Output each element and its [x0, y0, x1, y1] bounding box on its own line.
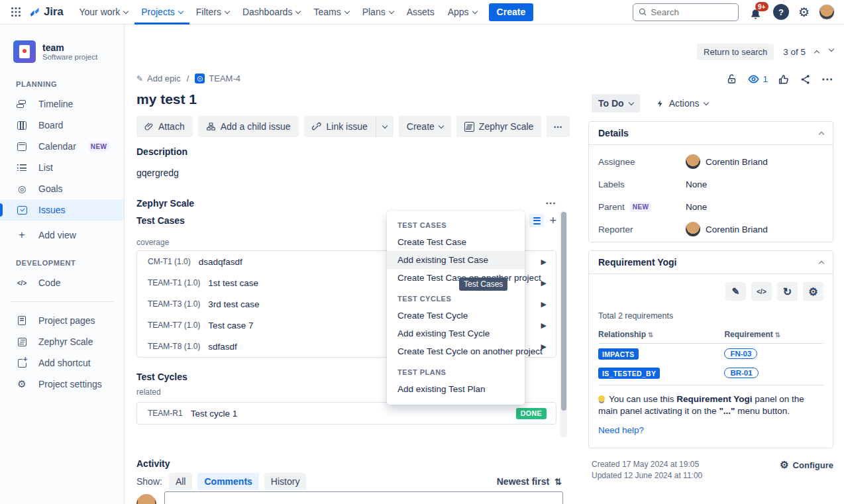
lock-icon[interactable] [726, 74, 737, 85]
labels-value[interactable]: None [686, 179, 707, 189]
column-relationship[interactable]: Relationship⇅ [598, 327, 724, 344]
test-cycle-row[interactable]: TEAM-R1 Test cycle 1 DONE [136, 402, 556, 425]
vote-thumbs-up-icon[interactable] [778, 74, 790, 85]
requirement-link[interactable]: FN-03 [724, 348, 757, 359]
play-icon[interactable]: ▶ [541, 321, 547, 330]
reporter-value[interactable]: Corentin Briand [686, 222, 768, 236]
test-case-name[interactable]: dsadqfasdf [199, 257, 242, 267]
share-icon[interactable] [800, 74, 812, 85]
filter-comments-button[interactable]: Comments [197, 473, 258, 490]
filter-all-button[interactable]: All [169, 473, 193, 490]
global-search[interactable] [633, 3, 739, 21]
edit-pencil-icon[interactable]: ✎ [725, 282, 746, 301]
user-avatar[interactable] [819, 4, 835, 20]
link-issue-more-button[interactable] [376, 116, 394, 137]
test-cases-add-button[interactable]: + [549, 215, 556, 227]
sidebar-item-timeline[interactable]: Timeline [0, 93, 124, 115]
add-child-issue-button[interactable]: Add a child issue [198, 116, 299, 137]
play-icon[interactable]: ▶ [541, 300, 547, 309]
assignee-value[interactable]: Corentin Briand [686, 154, 768, 169]
issue-title[interactable]: my test 1 [136, 91, 197, 107]
zephyr-scale-button[interactable]: Zephyr Scale [456, 116, 541, 137]
requirement-yogi-header[interactable]: Requirement Yogi [589, 251, 833, 274]
previous-issue-icon[interactable] [814, 50, 819, 56]
sort-order-button[interactable]: Newest first ⇅ [497, 476, 562, 487]
menu-item-create-test-cycle[interactable]: Create Test Cycle [387, 307, 525, 325]
return-to-search-button[interactable]: Return to search [697, 44, 774, 60]
next-issue-icon[interactable] [829, 46, 834, 52]
parent-value[interactable]: None [686, 202, 707, 212]
configure-button[interactable]: ⚙ Configure [780, 459, 833, 471]
test-case-key[interactable]: TEAM-T8 (1.0) [148, 342, 200, 351]
nav-teams[interactable]: Teams [307, 0, 355, 25]
test-case-key[interactable]: TEAM-T1 (1.0) [148, 278, 200, 287]
attach-button[interactable]: Attach [136, 116, 193, 137]
filter-history-button[interactable]: History [264, 473, 307, 490]
nav-dashboards[interactable]: Dashboards [236, 0, 307, 25]
status-dropdown[interactable]: To Do [592, 94, 640, 113]
more-actions-icon[interactable]: ⋯ [821, 72, 833, 86]
nav-plans[interactable]: Plans [356, 0, 400, 25]
menu-item-create-test-cycle-other-project[interactable]: Create Test Cycle on another project [387, 342, 525, 360]
app-switcher-icon[interactable] [7, 3, 25, 21]
zephyr-more-button[interactable]: ⋯ [545, 198, 556, 209]
menu-item-add-existing-test-cycle[interactable]: Add existing Test Cycle [387, 325, 525, 342]
test-case-name[interactable]: sdfasdf [208, 342, 237, 352]
play-icon[interactable]: ▶ [541, 258, 547, 266]
menu-item-create-test-case[interactable]: Create Test Case [387, 233, 525, 251]
test-case-name[interactable]: Test case 7 [208, 321, 253, 330]
create-button[interactable]: Create [489, 3, 534, 21]
watch-button[interactable]: 1 [747, 73, 768, 85]
jira-logo[interactable]: Jira [28, 5, 63, 19]
sidebar-item-code[interactable]: </> Code [0, 272, 124, 293]
nav-projects[interactable]: Projects [134, 0, 189, 25]
gear-icon[interactable]: ⚙ [803, 282, 823, 301]
actions-dropdown[interactable]: Actions [656, 98, 708, 109]
play-icon[interactable]: ▶ [541, 279, 547, 287]
test-case-name[interactable]: 3rd test case [208, 299, 259, 309]
add-epic-link[interactable]: ✎ Add epic [136, 74, 181, 83]
test-case-key[interactable]: CM-T1 (1.0) [148, 257, 191, 266]
requirement-link[interactable]: BR-01 [724, 368, 758, 378]
column-requirement[interactable]: Requirement⇅ [724, 327, 823, 344]
project-header[interactable]: team Software project [0, 25, 124, 72]
code-icon[interactable]: </> [751, 282, 772, 301]
nav-apps[interactable]: Apps [441, 0, 484, 25]
details-panel-header[interactable]: Details [589, 122, 833, 145]
settings-gear-icon[interactable]: ⚙ [798, 6, 810, 19]
nav-filters[interactable]: Filters [189, 0, 236, 25]
sidebar-item-project-settings[interactable]: ⚙ Project settings [0, 374, 124, 395]
sidebar-item-project-pages[interactable]: Project pages [0, 310, 124, 331]
test-case-key[interactable]: TEAM-T3 (1.0) [148, 299, 200, 309]
test-cycle-name[interactable]: Test cycle 1 [191, 409, 238, 419]
test-case-name[interactable]: 1st test case [208, 278, 258, 288]
create-dropdown-button[interactable]: Create [399, 116, 451, 137]
menu-item-add-existing-test-case[interactable]: Add existing Test Case [387, 251, 525, 269]
test-cases-menu-button[interactable] [529, 214, 544, 227]
need-help-link[interactable]: Need help? [598, 425, 823, 435]
link-issue-button[interactable]: Link issue [304, 116, 376, 137]
help-button[interactable]: ? [773, 4, 789, 20]
nav-assets[interactable]: Assets [400, 0, 441, 25]
sidebar-item-board[interactable]: Board [0, 115, 124, 136]
test-case-key[interactable]: TEAM-T7 (1.0) [148, 321, 200, 330]
toolbar-more-button[interactable]: ⋯ [547, 116, 570, 137]
description-body[interactable]: gqergredg [136, 168, 187, 178]
add-view-button[interactable]: + Add view [0, 225, 124, 246]
scrollbar-thumb[interactable] [561, 212, 566, 411]
search-input[interactable] [651, 7, 733, 17]
comment-input[interactable] [164, 491, 563, 504]
sidebar-item-goals[interactable]: ◎ Goals [0, 178, 124, 199]
test-cycle-key[interactable]: TEAM-R1 [148, 409, 183, 418]
issue-key-link[interactable]: TEAM-4 [195, 74, 240, 83]
nav-your-work[interactable]: Your work [72, 0, 134, 25]
zephyr-panel-scrollbar[interactable] [560, 211, 567, 437]
menu-item-add-existing-test-plan[interactable]: Add existing Test Plan [387, 380, 525, 398]
sidebar-item-zephyr-scale[interactable]: Zephyr Scale [0, 331, 124, 352]
sidebar-item-list[interactable]: List [0, 157, 124, 178]
sidebar-item-calendar[interactable]: Calendar NEW [0, 136, 124, 157]
sidebar-item-issues[interactable]: Issues [0, 199, 124, 221]
sidebar-item-add-shortcut[interactable]: Add shortcut [0, 352, 124, 374]
sync-icon[interactable]: ↻ [777, 282, 798, 301]
notifications-button[interactable]: 9+ [748, 3, 764, 21]
